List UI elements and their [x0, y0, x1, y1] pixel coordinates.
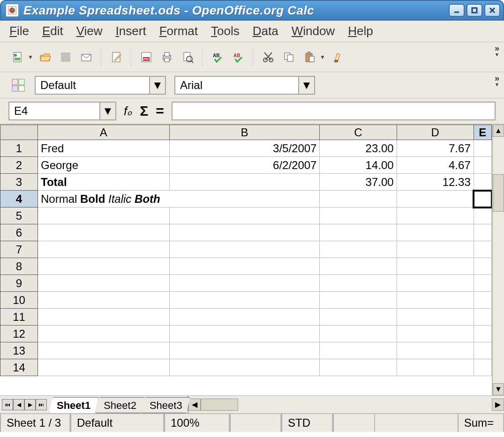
row-header-2[interactable]: 2 [0, 157, 38, 174]
toolbar-overflow-button[interactable]: »▼ [495, 45, 499, 58]
cell-D5[interactable] [397, 207, 474, 224]
scroll-down-button[interactable]: ▼ [493, 383, 504, 395]
cell-D6[interactable] [397, 224, 474, 241]
cell-D1[interactable]: 7.67 [397, 140, 474, 157]
menu-view[interactable]: View [76, 24, 103, 38]
row-header-3[interactable]: 3 [0, 174, 38, 191]
cell-E6[interactable] [474, 224, 491, 241]
cell-D8[interactable] [397, 258, 474, 275]
new-doc-button[interactable] [8, 48, 26, 66]
cell-A1[interactable]: Fred [38, 140, 170, 157]
cell-A7[interactable] [38, 241, 170, 258]
next-sheet-button[interactable]: ▶ [24, 399, 36, 410]
cell-B3[interactable] [169, 174, 320, 191]
select-all-corner[interactable] [0, 125, 38, 140]
cell-E3[interactable] [474, 174, 491, 191]
cell-C8[interactable] [320, 258, 397, 275]
save-button[interactable] [57, 48, 75, 66]
cell-D7[interactable] [397, 241, 474, 258]
menu-data[interactable]: Data [253, 24, 278, 38]
scroll-left-button[interactable]: ◀ [188, 399, 201, 411]
cell-style-combo[interactable]: Default ▼ [35, 76, 166, 95]
cell-A6[interactable] [38, 224, 170, 241]
cell-E2[interactable] [474, 157, 491, 174]
cell-B12[interactable] [169, 326, 320, 342]
cell-B10[interactable] [169, 292, 320, 309]
cell-C2[interactable]: 14.00 [320, 157, 397, 174]
row-header-4[interactable]: 4 [0, 191, 38, 207]
cell-A14[interactable] [38, 359, 170, 376]
cell-C12[interactable] [320, 326, 397, 342]
cell-B5[interactable] [169, 207, 320, 224]
cell-E4[interactable] [474, 191, 491, 207]
vertical-scrollbar[interactable]: ▲ ▼ [492, 125, 504, 395]
row-header-12[interactable]: 12 [0, 326, 38, 342]
copy-button[interactable] [280, 48, 298, 66]
print-preview-button[interactable] [179, 48, 196, 66]
menu-format[interactable]: Format [159, 24, 198, 38]
prev-sheet-button[interactable]: ◀ [13, 399, 24, 410]
edit-doc-button[interactable] [107, 48, 125, 66]
chevron-down-icon[interactable]: ▼ [99, 103, 115, 119]
cell-C13[interactable] [320, 342, 397, 359]
autospellcheck-button[interactable]: AB [229, 48, 247, 66]
column-header-C[interactable]: C [320, 125, 397, 140]
cell-C1[interactable]: 23.00 [320, 140, 397, 157]
sheet-tab-sheet1[interactable]: Sheet1 [49, 397, 98, 413]
menu-edit[interactable]: Edit [42, 24, 63, 38]
scroll-right-button[interactable]: ▶ [492, 399, 504, 411]
column-header-A[interactable]: A [38, 125, 170, 140]
cell-D12[interactable] [397, 326, 474, 342]
cell-C11[interactable] [320, 309, 397, 326]
row-header-7[interactable]: 7 [0, 241, 38, 258]
cell-D14[interactable] [397, 359, 474, 376]
function-equals-button[interactable]: = [156, 103, 164, 119]
cell-B13[interactable] [169, 342, 320, 359]
first-sheet-button[interactable]: ⏮ [2, 399, 13, 410]
menu-window[interactable]: Window [292, 24, 335, 38]
cell-E14[interactable] [474, 359, 491, 376]
cell-E10[interactable] [474, 292, 491, 309]
cell-A11[interactable] [38, 309, 170, 326]
formula-input[interactable] [172, 102, 496, 120]
format-paintbrush-button[interactable] [328, 48, 346, 66]
last-sheet-button[interactable]: ⏭ [36, 399, 47, 410]
cell-E9[interactable] [474, 275, 491, 292]
spellcheck-button[interactable]: AB [209, 48, 226, 66]
minimize-button[interactable] [449, 4, 465, 17]
format-toolbar-overflow-button[interactable]: »▼ [495, 75, 499, 88]
cell-B2[interactable]: 6/2/2007 [169, 157, 320, 174]
cell-C5[interactable] [320, 207, 397, 224]
cell-E13[interactable] [474, 342, 491, 359]
row-header-10[interactable]: 10 [0, 292, 38, 309]
row-header-8[interactable]: 8 [0, 258, 38, 275]
cell-E12[interactable] [474, 326, 491, 342]
column-header-B[interactable]: B [169, 125, 320, 140]
cell-B6[interactable] [169, 224, 320, 241]
spreadsheet-grid[interactable]: ABCDE1Fred3/5/200723.007.672George6/2/20… [0, 125, 492, 376]
menu-tools[interactable]: Tools [211, 24, 240, 38]
cell-E7[interactable] [474, 241, 491, 258]
sheet-tab-sheet2[interactable]: Sheet2 [96, 397, 144, 413]
email-button[interactable] [77, 48, 95, 66]
cell-A10[interactable] [38, 292, 170, 309]
export-pdf-button[interactable]: PDF [137, 48, 155, 66]
row-header-6[interactable]: 6 [0, 224, 38, 241]
cell-D4[interactable] [397, 191, 474, 207]
scroll-up-button[interactable]: ▲ [493, 125, 504, 137]
paste-dropdown[interactable]: ▼ [320, 54, 325, 60]
name-box[interactable]: E4 ▼ [8, 102, 116, 120]
cell-B1[interactable]: 3/5/2007 [169, 140, 320, 157]
menu-insert[interactable]: Insert [116, 24, 146, 38]
cell-A3[interactable]: Total [38, 174, 170, 191]
chevron-down-icon[interactable]: ▼ [298, 77, 314, 94]
scroll-thumb[interactable] [201, 399, 238, 411]
font-name-combo[interactable]: Arial ▼ [174, 76, 315, 95]
chevron-down-icon[interactable]: ▼ [149, 77, 165, 94]
column-header-D[interactable]: D [397, 125, 474, 140]
cell-B9[interactable] [169, 275, 320, 292]
cell-E11[interactable] [474, 309, 491, 326]
row-header-11[interactable]: 11 [0, 309, 38, 326]
cell-E1[interactable] [474, 140, 491, 157]
cell-B14[interactable] [169, 359, 320, 376]
